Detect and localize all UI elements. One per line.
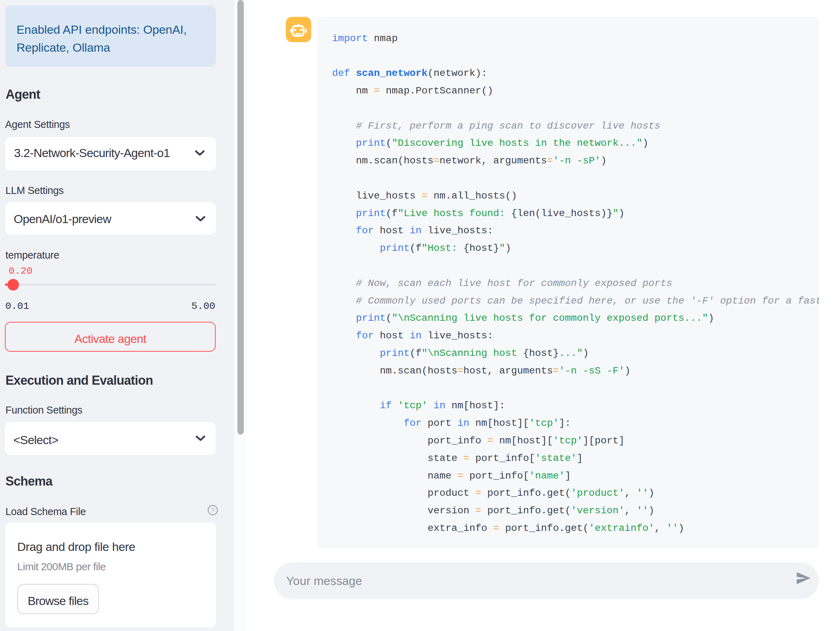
svg-text:?: ? <box>212 507 215 513</box>
